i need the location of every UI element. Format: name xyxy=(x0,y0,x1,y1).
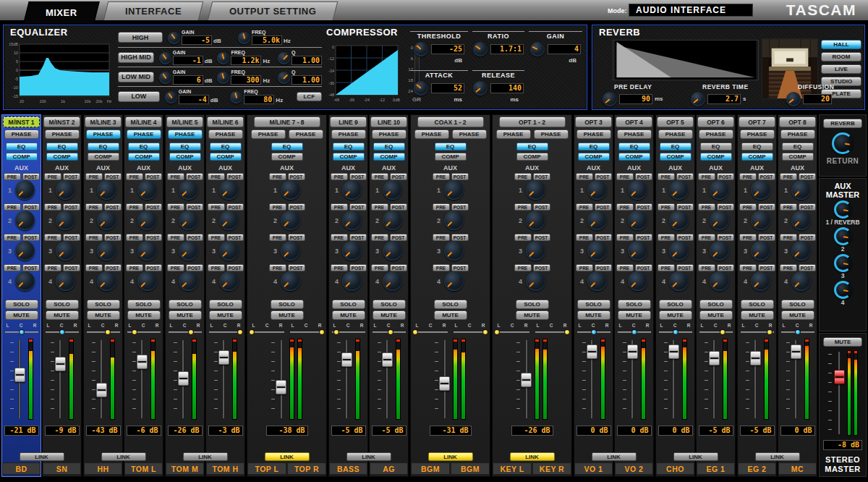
pre-button[interactable]: PRE xyxy=(780,234,797,241)
solo-button[interactable]: SOLO xyxy=(169,300,202,309)
pre-button[interactable]: PRE xyxy=(331,264,348,271)
aux-send-knob[interactable] xyxy=(137,180,157,200)
master-fader-cap[interactable] xyxy=(834,370,845,384)
aux-send-knob[interactable] xyxy=(587,211,607,230)
eq-gain-knob[interactable] xyxy=(159,72,171,84)
pan-knob[interactable] xyxy=(319,329,325,335)
pre-button[interactable]: PRE xyxy=(85,234,103,241)
fader-cap[interactable] xyxy=(137,355,148,369)
eq-button[interactable]: EQ xyxy=(700,143,732,151)
mute-button[interactable]: MUTE xyxy=(169,310,202,320)
pan-knob[interactable] xyxy=(767,329,773,335)
phase-button[interactable]: PHASE xyxy=(452,130,487,139)
aux-send-knob[interactable] xyxy=(628,241,647,261)
link-button[interactable]: LINK xyxy=(428,452,473,461)
fader[interactable] xyxy=(378,339,393,420)
phase-button[interactable]: PHASE xyxy=(576,130,611,139)
phase-button[interactable]: PHASE xyxy=(496,130,531,139)
pan-knob[interactable] xyxy=(105,329,111,335)
pre-button[interactable]: PRE xyxy=(698,264,715,271)
fader[interactable] xyxy=(623,339,638,420)
eq-button[interactable]: EQ xyxy=(169,143,201,151)
mute-button[interactable]: MUTE xyxy=(46,310,79,320)
mute-button[interactable]: MUTE xyxy=(577,310,610,320)
pre-button[interactable]: PRE xyxy=(371,264,388,271)
pre-button[interactable]: PRE xyxy=(433,173,450,180)
pan-knob[interactable] xyxy=(59,329,65,335)
pan-slider[interactable] xyxy=(741,329,774,336)
eq-freq-knob[interactable] xyxy=(238,32,250,44)
link-button[interactable]: LINK xyxy=(20,452,64,461)
pre-button[interactable]: PRE xyxy=(780,203,797,211)
phase-button[interactable]: PHASE xyxy=(168,130,203,139)
lcf-button[interactable]: LCF xyxy=(297,92,322,101)
eq-button[interactable]: EQ xyxy=(782,143,814,151)
comp-button[interactable]: COMP xyxy=(618,153,650,161)
pre-button[interactable]: PRE xyxy=(208,264,225,271)
aux-send-knob[interactable] xyxy=(444,241,464,261)
fader[interactable] xyxy=(271,339,286,420)
aux-send-knob[interactable] xyxy=(97,211,116,230)
channel-select-button[interactable]: OPT 3 xyxy=(575,117,612,127)
aux-send-knob[interactable] xyxy=(710,180,729,200)
pan-knob[interactable] xyxy=(132,329,137,335)
aux-send-knob[interactable] xyxy=(628,211,647,230)
aux-send-knob[interactable] xyxy=(56,271,75,291)
aux-send-knob[interactable] xyxy=(526,180,545,200)
mute-button[interactable]: MUTE xyxy=(271,310,304,320)
fader[interactable] xyxy=(214,339,229,420)
solo-button[interactable]: SOLO xyxy=(332,300,365,309)
pan-slider[interactable] xyxy=(209,329,242,336)
aux-send-knob[interactable] xyxy=(751,211,770,230)
pre-button[interactable]: PRE xyxy=(4,234,21,241)
eq-button[interactable]: EQ xyxy=(435,143,467,151)
pan-knob[interactable] xyxy=(591,329,597,335)
aux-send-knob[interactable] xyxy=(710,211,729,230)
eq-gain-knob[interactable] xyxy=(168,32,180,44)
fader-track[interactable] xyxy=(178,339,189,420)
pre-button[interactable]: PRE xyxy=(269,203,286,211)
pre-button[interactable]: PRE xyxy=(514,264,532,271)
solo-button[interactable]: SOLO xyxy=(209,300,242,309)
pre-button[interactable]: PRE xyxy=(698,234,715,241)
compressor-knob[interactable] xyxy=(414,81,428,96)
phase-button[interactable]: PHASE xyxy=(740,130,775,139)
aux-send-knob[interactable] xyxy=(383,180,402,200)
channel-select-button[interactable]: OPT 6 xyxy=(697,117,734,127)
master-fader[interactable] xyxy=(834,350,845,436)
aux-send-knob[interactable] xyxy=(526,241,545,261)
pre-button[interactable]: PRE xyxy=(371,173,388,180)
fader-cap[interactable] xyxy=(709,351,720,365)
pre-button[interactable]: PRE xyxy=(780,264,797,271)
channel-select-button[interactable]: M/INST 1 xyxy=(3,117,40,127)
fader-cap[interactable] xyxy=(587,344,597,359)
fader[interactable] xyxy=(51,339,66,420)
eq-button[interactable]: EQ xyxy=(578,143,610,151)
reverb-type-hall[interactable]: HALL xyxy=(821,40,861,49)
aux-send-knob[interactable] xyxy=(342,180,362,200)
reverb-knob[interactable] xyxy=(786,92,801,106)
aux-send-knob[interactable] xyxy=(791,271,811,291)
aux-send-knob[interactable] xyxy=(219,211,239,230)
comp-button[interactable]: COMP xyxy=(700,153,732,161)
aux-send-knob[interactable] xyxy=(97,271,116,291)
fader-track[interactable] xyxy=(627,339,638,420)
aux-send-knob[interactable] xyxy=(137,211,157,230)
fader-track[interactable] xyxy=(55,339,66,420)
link-button[interactable]: LINK xyxy=(346,452,391,461)
mute-button[interactable]: MUTE xyxy=(781,310,814,320)
compressor-knob[interactable] xyxy=(530,42,545,56)
comp-button[interactable]: COMP xyxy=(210,153,242,161)
pan-slider[interactable] xyxy=(699,329,733,336)
channel-select-button[interactable]: M/LINE 5 xyxy=(166,117,203,127)
pre-button[interactable]: PRE xyxy=(658,173,675,180)
pre-button[interactable]: PRE xyxy=(269,173,286,180)
comp-button[interactable]: COMP xyxy=(88,153,119,161)
mute-button[interactable]: MUTE xyxy=(618,310,651,320)
solo-button[interactable]: SOLO xyxy=(5,300,38,309)
aux-send-knob[interactable] xyxy=(628,271,647,291)
mode-selector[interactable]: AUDIO INTERFACE xyxy=(629,4,753,17)
fader[interactable] xyxy=(582,339,597,420)
phase-button[interactable]: PHASE xyxy=(780,130,815,139)
fader-track[interactable] xyxy=(276,339,286,420)
